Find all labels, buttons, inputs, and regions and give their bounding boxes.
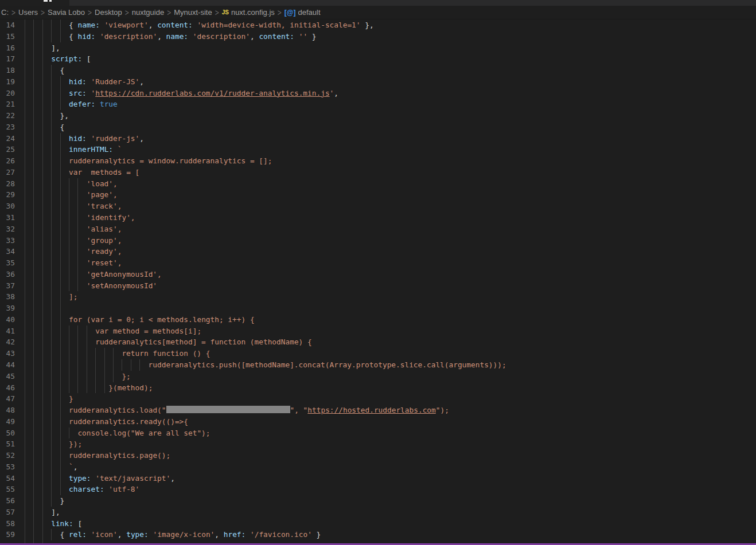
line-number[interactable]: 38 [0,291,25,303]
line-number[interactable]: 56 [0,495,25,507]
code-line[interactable]: 34'ready', [0,246,756,257]
code-line[interactable]: 57], [0,507,756,518]
code-line[interactable]: 18{ [0,65,756,76]
code-line[interactable]: 24hid: 'rudder-js', [0,133,756,144]
line-number[interactable]: 23 [0,121,25,133]
code-line-content[interactable]: 'page', [25,189,118,201]
code-line[interactable]: 42rudderanalytics[method] = function (me… [0,336,756,348]
code-line[interactable]: 28'load', [0,178,756,190]
code-line-content[interactable]: }); [25,438,82,450]
code-line[interactable]: 48rudderanalytics.load("", "https://host… [0,405,756,416]
code-line[interactable]: 14{ name: 'viewport', content: 'width=de… [0,19,756,31]
line-number[interactable]: 44 [0,359,25,371]
code-line[interactable]: 26rudderanalytics = window.rudderanalyti… [0,155,756,167]
line-number[interactable]: 58 [0,518,25,530]
code-line-content[interactable]: 'group', [25,235,122,246]
code-line[interactable]: 44rudderanalytics.push([methodName].conc… [0,359,756,371]
code-line[interactable]: 59{ rel: 'icon', type: 'image/x-icon', h… [0,529,756,540]
line-number[interactable]: 27 [0,167,25,178]
line-number[interactable]: 54 [0,473,25,484]
line-number[interactable]: 16 [0,42,25,54]
line-number[interactable]: 39 [0,303,25,314]
code-line-content[interactable]: for (var i = 0; i < methods.length; i++)… [25,314,255,326]
breadcrumb-item[interactable]: Desktop [95,8,122,17]
code-line[interactable]: 16], [0,42,756,54]
code-line-content[interactable]: defer: true [25,99,118,110]
code-line[interactable]: 37'setAnonymousId' [0,280,756,292]
code-line-content[interactable]: hid: 'Rudder-JS', [25,76,144,88]
code-line[interactable]: 32'alias', [0,224,756,235]
line-number[interactable]: 22 [0,110,25,121]
code-line-content[interactable]: var methods = [ [25,167,139,178]
line-number[interactable]: 32 [0,224,25,235]
breadcrumb-item[interactable]: Mynuxt-site [174,8,212,17]
code-line-content[interactable]: } [25,393,73,405]
line-number[interactable]: 45 [0,371,25,382]
code-line[interactable]: 49rudderanalytics.ready(()=>{ [0,416,756,428]
line-number[interactable]: 42 [0,336,25,348]
code-line-content[interactable]: rudderanalytics.push([methodName].concat… [25,359,506,371]
code-line[interactable]: 27var methods = [ [0,167,756,178]
line-number[interactable]: 20 [0,88,25,99]
code-line[interactable]: 20src: 'https://cdn.rudderlabs.com/v1/ru… [0,88,756,99]
code-line-content[interactable]: 'setAnonymousId' [25,280,157,292]
code-line-content[interactable]: hid: 'rudder-js', [25,133,144,144]
code-line-content[interactable]: { name: 'viewport', content: 'width=devi… [25,19,374,31]
line-number[interactable]: 14 [0,19,25,31]
code-line[interactable]: 38]; [0,291,756,303]
line-number[interactable]: 43 [0,348,25,359]
line-number[interactable]: 30 [0,201,25,212]
code-line-content[interactable]: src: 'https://cdn.rudderlabs.com/v1/rudd… [25,88,338,99]
line-number[interactable]: 15 [0,31,25,42]
breadcrumb[interactable]: C:>Users>Savia Lobo>Desktop>nuxtguide>My… [0,6,756,19]
line-number[interactable]: 18 [0,65,25,76]
code-line[interactable]: 46}(method); [0,382,756,394]
code-line-content[interactable]: }(method); [25,382,153,394]
code-line-content[interactable]: ], [25,42,60,54]
line-number[interactable]: 24 [0,133,25,144]
line-number[interactable]: 19 [0,76,25,88]
code-line-content[interactable]: `, [25,461,77,473]
line-number[interactable]: 36 [0,269,25,280]
code-line-content[interactable]: rudderanalytics.page(); [25,450,170,461]
code-line[interactable]: 30'track', [0,201,756,212]
line-number[interactable]: 57 [0,507,25,518]
line-number[interactable]: 50 [0,428,25,439]
code-line[interactable]: 39 [0,303,756,314]
code-line[interactable]: 23{ [0,121,756,133]
code-line[interactable]: 22}, [0,110,756,121]
code-line[interactable]: 50console.log("We are all set"); [0,428,756,439]
line-number[interactable]: 51 [0,438,25,450]
code-line[interactable]: 55charset: 'utf-8' [0,484,756,495]
code-line-content[interactable]: { hid: 'description', name: 'description… [25,31,317,42]
tab-bar[interactable] [0,0,756,6]
line-number[interactable]: 29 [0,189,25,201]
line-number[interactable]: 52 [0,450,25,461]
line-number[interactable]: 55 [0,484,25,495]
code-line-content[interactable]: 'load', [25,178,118,190]
line-number[interactable]: 34 [0,246,25,257]
breadcrumb-item[interactable]: nuxtguide [132,8,164,17]
code-line-content[interactable]: { [25,65,64,76]
line-number[interactable]: 35 [0,257,25,269]
code-line[interactable]: 54type: 'text/javascript', [0,473,756,484]
code-line-content[interactable]: 'identify', [25,212,135,224]
code-line[interactable]: 45}; [0,371,756,382]
line-number[interactable]: 28 [0,178,25,190]
code-line-content[interactable]: charset: 'utf-8' [25,484,139,495]
line-number[interactable]: 53 [0,461,25,473]
code-line-content[interactable]: rudderanalytics[method] = function (meth… [25,336,312,348]
code-line-content[interactable]: 'alias', [25,224,122,235]
code-line-content[interactable]: console.log("We are all set"); [25,428,211,439]
line-number[interactable]: 46 [0,382,25,394]
active-tab[interactable] [0,0,69,6]
line-number[interactable]: 40 [0,314,25,326]
code-line-content[interactable]: type: 'text/javascript', [25,473,175,484]
code-line-content[interactable]: innerHTML: ` [25,144,122,155]
code-line-content[interactable]: 'ready', [25,246,122,257]
code-line[interactable]: 21defer: true [0,99,756,110]
code-line[interactable]: 35'reset', [0,257,756,269]
breadcrumb-item-file[interactable]: nuxt.config.js [231,8,275,17]
code-line[interactable]: 17script: [ [0,53,756,65]
code-line-content[interactable]: rudderanalytics.load("", "https://hosted… [25,405,449,416]
